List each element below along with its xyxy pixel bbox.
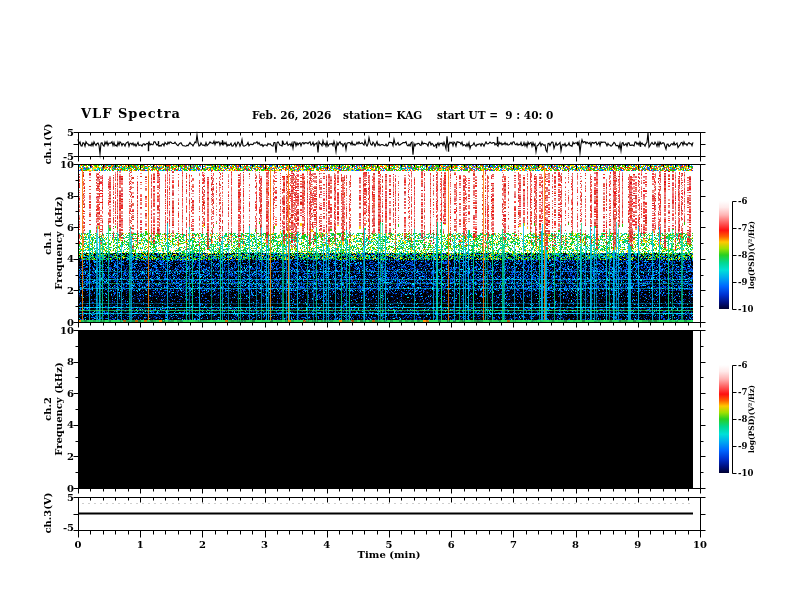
- colorbar2-tick-label: -9: [738, 442, 747, 451]
- colorbar2-tick-label: -8: [738, 415, 747, 424]
- header-station: station= KAG: [343, 109, 422, 121]
- vlf-spectra-figure: VLF Spectra Feb. 26, 2026 station= KAG s…: [0, 0, 792, 612]
- figure-title: VLF Spectra: [81, 106, 181, 121]
- ch1-spec-ylabel-line1: ch.1: [42, 196, 53, 289]
- ch3-wave-ytick-label: 5: [48, 492, 74, 503]
- colorbar1-tick-label: -6: [738, 197, 747, 206]
- colorbar1-tick-label: -9: [738, 278, 747, 287]
- ch2-spec-ytick-label: 2: [48, 451, 74, 462]
- ch2-spec-ytick-label: 4: [48, 419, 74, 430]
- x-tick-label: 4: [315, 539, 339, 550]
- ch1-spec-ytick-label: 10: [48, 159, 74, 170]
- x-tick-label: 5: [377, 539, 401, 550]
- header-start-ut: start UT = 9 : 40: 0: [437, 109, 553, 121]
- x-tick-label: 8: [564, 539, 588, 550]
- figure-canvas: [0, 0, 792, 612]
- colorbar1-label-text: log(PSD)(V²/Hz): [747, 221, 756, 289]
- colorbar2-label-text: log(PSD)(V²/Hz): [747, 385, 756, 453]
- ch3-wave-ytick-label: -5: [48, 522, 74, 533]
- x-tick-label: 0: [66, 539, 90, 550]
- colorbar1-tick-label: -8: [738, 251, 747, 260]
- x-tick-label: 3: [253, 539, 277, 550]
- colorbar2-tick-label: -6: [738, 361, 747, 370]
- colorbar2-tick-label: -7: [738, 388, 747, 397]
- x-tick-label: 6: [439, 539, 463, 550]
- ch2-spec-ylabel-line2: Frequency (kHz): [53, 362, 64, 455]
- xaxis-title: Time (min): [354, 549, 424, 560]
- ch2-spec-ylabel-line1: ch.2: [42, 362, 53, 455]
- header-date: Feb. 26, 2026: [252, 109, 331, 121]
- ch1-spec-ytick-label: 6: [48, 222, 74, 233]
- x-tick-label: 7: [501, 539, 525, 550]
- x-tick-label: 9: [626, 539, 650, 550]
- ch1-spec-ylabel-line2: Frequency (kHz): [53, 196, 64, 289]
- ch2-spec-ytick-label: 10: [48, 325, 74, 336]
- colorbar2-tick-label: -10: [738, 469, 753, 478]
- x-tick-label: 2: [190, 539, 214, 550]
- ch1-wave-ytick-label: 5: [48, 127, 74, 138]
- ch1-spec-ytick-label: 4: [48, 253, 74, 264]
- ch2-spec-ytick-label: 6: [48, 388, 74, 399]
- x-tick-label: 10: [688, 539, 712, 550]
- x-tick-label: 1: [128, 539, 152, 550]
- ch1-spec-ytick-label: 8: [48, 190, 74, 201]
- ch2-spec-ytick-label: 8: [48, 356, 74, 367]
- colorbar1-tick-label: -10: [738, 305, 753, 314]
- ch1-spec-ytick-label: 2: [48, 285, 74, 296]
- colorbar1-tick-label: -7: [738, 224, 747, 233]
